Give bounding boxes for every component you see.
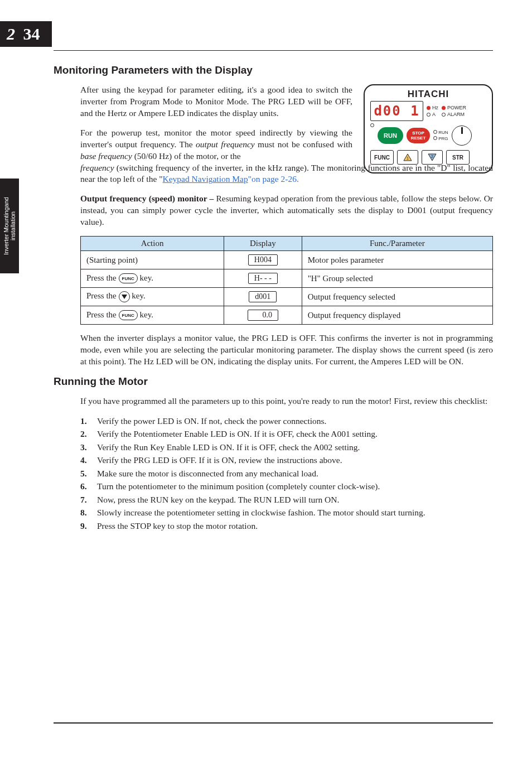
rule-bottom <box>54 722 493 724</box>
cell-action: (Starting point) <box>86 255 138 264</box>
a-label: A <box>432 111 436 118</box>
heading-running: Running the Motor <box>54 375 493 388</box>
list-item: Verify the Potentiometer Enable LED is O… <box>80 428 493 440</box>
alarm-led-icon <box>442 113 446 117</box>
list-item: Verify the PRG LED is OFF. If it is ON, … <box>80 454 493 466</box>
triangle-up-icon: 1 <box>403 153 412 161</box>
page-tab: 2 34 <box>0 21 52 47</box>
th-param: Func./Parameter <box>302 237 492 251</box>
led-column-right: POWER ALARM <box>442 104 466 118</box>
list-item: Make sure the motor is disconnected from… <box>80 467 493 480</box>
svg-text:2: 2 <box>431 155 433 158</box>
para-intro: After using the keypad for parameter edi… <box>80 84 352 119</box>
checklist: Verify the power LED is ON. If not, chec… <box>80 415 493 532</box>
segment-display: d00 1 <box>370 101 423 121</box>
svg-marker-4 <box>122 295 127 299</box>
run-led-icon <box>370 123 374 127</box>
table-row: (Starting point) H004 Motor poles parame… <box>81 251 493 269</box>
display-value: 0.0 <box>248 310 279 321</box>
para-checklist-intro: If you have programmed all the parameter… <box>80 396 493 407</box>
th-action: Action <box>81 237 224 251</box>
side-tab: Inverter Mountingand installation <box>0 179 19 273</box>
chapter-number: 2 <box>7 25 15 43</box>
table-row: Press the FUNC key. 0.0 Output frequency… <box>81 306 493 325</box>
side-tab-label: Inverter Mountingand installation <box>3 197 16 255</box>
func-button[interactable]: FUNC <box>370 150 394 165</box>
heading-monitoring: Monitoring Parameters with the Display <box>54 64 493 76</box>
param-table: Action Display Func./Parameter (Starting… <box>80 236 493 325</box>
func-key-icon: FUNC <box>119 273 138 283</box>
run-indicator-icon <box>433 130 437 134</box>
th-display: Display <box>224 237 302 251</box>
table-row: Press the key. d001 Output frequency sel… <box>81 288 493 306</box>
rule-top <box>54 50 493 51</box>
para-confirm: When the inverter displays a monitor val… <box>80 332 493 368</box>
up-button[interactable]: 1 <box>397 150 418 165</box>
cell-param: Output frequency displayed <box>308 311 401 320</box>
list-item: Turn the potentiometer to the minimum po… <box>80 480 493 493</box>
list-item: Verify the Run Key Enable LED is ON. If … <box>80 441 493 454</box>
run-prg-labels: RUN PRG <box>433 129 448 142</box>
content: Monitoring Parameters with the Display H… <box>54 64 493 533</box>
list-item: Press the STOP key to stop the motor rot… <box>80 520 493 532</box>
list-item: Now, press the RUN key on the keypad. Th… <box>80 494 493 506</box>
display-value: d001 <box>249 291 277 302</box>
cell-param: Motor poles parameter <box>308 255 384 264</box>
power-label: POWER <box>447 104 466 111</box>
list-item: Slowly increase the potentiometer settin… <box>80 507 493 519</box>
cell-param: "H" Group selected <box>308 274 373 283</box>
down-button[interactable]: 2 <box>422 150 443 165</box>
display-value: H- - - <box>248 273 278 284</box>
hz-led-icon <box>427 106 431 110</box>
cell-param: Output frequency selected <box>308 292 395 301</box>
led-column-left: Hz A <box>427 104 438 118</box>
hz-label: Hz <box>432 104 438 111</box>
stop-reset-button[interactable]: STOP RESET <box>407 128 430 143</box>
a-led-icon <box>427 113 431 117</box>
alarm-label: ALARM <box>447 111 465 118</box>
run-button[interactable]: RUN <box>378 127 403 144</box>
triangle-down-icon: 2 <box>428 153 437 161</box>
table-row: Press the FUNC key. H- - - "H" Group sel… <box>81 269 493 288</box>
page-number: 34 <box>23 25 40 43</box>
keypad-logo: HITACHI <box>370 89 486 100</box>
display-value: H004 <box>248 254 278 266</box>
func-key-icon: FUNC <box>119 310 138 320</box>
potentiometer-knob[interactable] <box>452 126 472 146</box>
down-key-icon <box>119 291 130 302</box>
svg-text:1: 1 <box>407 156 409 160</box>
power-led-icon <box>442 106 446 110</box>
str-button[interactable]: STR <box>446 150 470 165</box>
list-item: Verify the power LED is ON. If not, chec… <box>80 415 493 427</box>
keypad-nav-map-link[interactable]: Keypad Navigation Map <box>163 174 248 184</box>
para-output-freq: Output frequency (speed) monitor – Resum… <box>80 193 493 228</box>
prg-indicator-icon <box>433 136 437 140</box>
keypad-illustration: HITACHI d00 1 Hz A POWER ALARM RUN STOP … <box>364 84 493 173</box>
